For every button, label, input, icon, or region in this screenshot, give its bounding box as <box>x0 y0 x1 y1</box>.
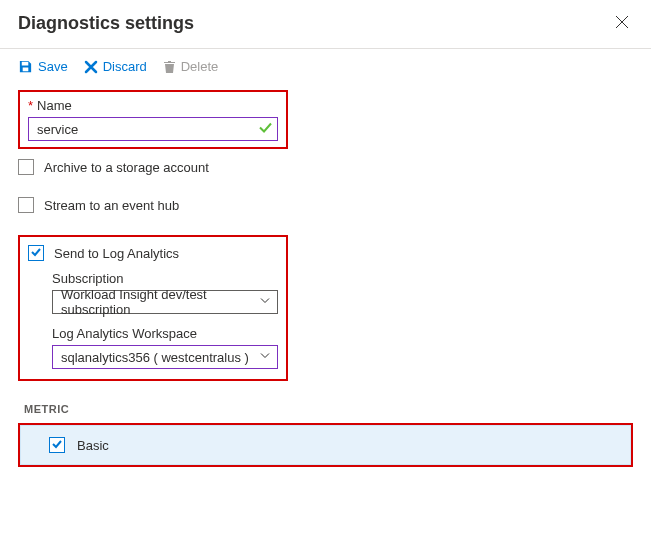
delete-label: Delete <box>181 59 219 74</box>
metric-basic-label: Basic <box>77 438 109 453</box>
valid-check-icon <box>258 121 272 138</box>
save-label: Save <box>38 59 68 74</box>
stream-label: Stream to an event hub <box>44 198 179 213</box>
stream-checkbox[interactable] <box>18 197 34 213</box>
log-analytics-label: Send to Log Analytics <box>54 246 179 261</box>
delete-icon <box>163 59 176 74</box>
log-analytics-highlight: Send to Log Analytics Subscription Workl… <box>18 235 288 381</box>
subscription-value: Workload Insight dev/test subscription <box>61 287 251 317</box>
archive-label: Archive to a storage account <box>44 160 209 175</box>
log-analytics-checkbox[interactable] <box>28 245 44 261</box>
delete-button: Delete <box>163 59 219 74</box>
workspace-value: sqlanalytics356 ( westcentralus ) <box>61 350 249 365</box>
chevron-down-icon <box>259 295 271 310</box>
required-star: * <box>28 98 33 113</box>
name-label: *Name <box>28 98 278 113</box>
discard-button[interactable]: Discard <box>84 59 147 74</box>
name-input[interactable] <box>28 117 278 141</box>
metric-basic-checkbox[interactable] <box>49 437 65 453</box>
discard-label: Discard <box>103 59 147 74</box>
chevron-down-icon <box>259 350 271 365</box>
workspace-select[interactable]: sqlanalytics356 ( westcentralus ) <box>52 345 278 369</box>
save-button[interactable]: Save <box>18 59 68 74</box>
name-highlight: *Name <box>18 90 288 149</box>
check-icon <box>30 246 42 260</box>
archive-checkbox[interactable] <box>18 159 34 175</box>
metric-row-basic[interactable]: Basic <box>20 425 631 465</box>
close-icon <box>615 13 629 33</box>
discard-icon <box>84 60 98 74</box>
save-icon <box>18 59 33 74</box>
metric-section-header: METRIC <box>18 399 633 421</box>
subscription-label: Subscription <box>52 271 278 286</box>
workspace-label: Log Analytics Workspace <box>52 326 278 341</box>
close-button[interactable] <box>611 10 633 36</box>
subscription-select[interactable]: Workload Insight dev/test subscription <box>52 290 278 314</box>
check-icon <box>51 438 63 452</box>
metric-highlight: Basic <box>18 423 633 467</box>
page-title: Diagnostics settings <box>18 13 194 34</box>
